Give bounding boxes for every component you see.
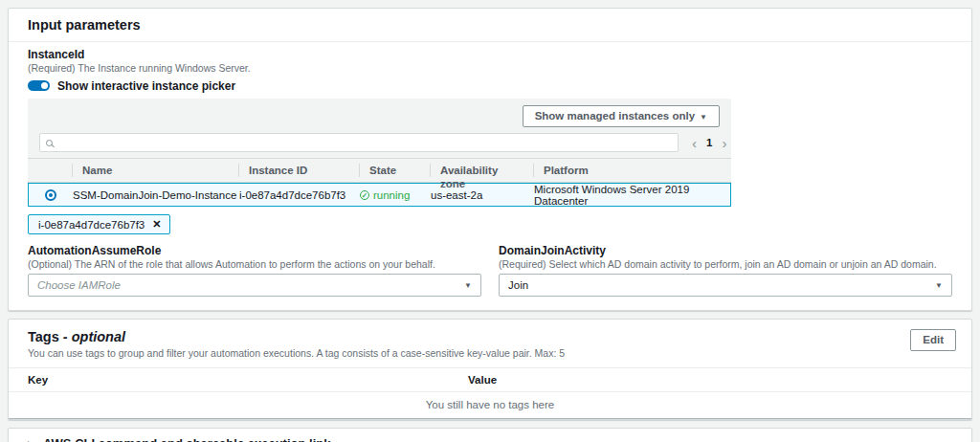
selected-instance-token: i-0e87a4d7dce76b7f3 ✕ — [28, 214, 170, 234]
managed-instances-filter-button[interactable]: Show managed instances only▼ — [523, 105, 720, 127]
chevron-down-icon: ▼ — [935, 281, 943, 290]
instance-picker-toggle-row: Show interactive instance picker — [28, 78, 952, 93]
instanceid-label: InstanceId — [28, 48, 952, 62]
selected-instance-token-label: i-0e87a4d7dce76b7f3 — [38, 219, 145, 231]
input-parameters-card: Input parameters InstanceId (Required) T… — [8, 8, 972, 311]
instance-search-box[interactable] — [39, 133, 679, 152]
instance-search-input[interactable] — [58, 137, 672, 148]
input-parameters-title: Input parameters — [9, 9, 971, 42]
pagination-next-icon[interactable]: › — [722, 136, 726, 150]
tags-title-block: Tags - optional You can use tags to grou… — [28, 329, 565, 360]
tags-card: Tags - optional You can use tags to grou… — [8, 319, 972, 420]
parameter-columns: AutomationAssumeRole (Optional) The ARN … — [28, 244, 952, 297]
tags-column-key: Key — [28, 374, 468, 386]
tags-empty-message: You still have no tags here — [9, 392, 971, 419]
column-header-instance-id[interactable]: Instance ID — [238, 164, 359, 177]
domain-join-activity-value: Join — [508, 279, 528, 291]
domain-join-activity-field: DomainJoinActivity (Required) Select whi… — [499, 244, 952, 297]
instance-table-header-row: Name Instance ID State Availability zone… — [28, 158, 731, 183]
automation-assume-role-label: AutomationAssumeRole — [28, 244, 481, 258]
radio-selected-icon[interactable] — [45, 189, 56, 201]
instance-picker-toggle[interactable] — [28, 80, 50, 91]
managed-instances-filter-label: Show managed instances only — [535, 110, 695, 122]
state-text: running — [373, 189, 410, 201]
automation-assume-role-field: AutomationAssumeRole (Optional) The ARN … — [28, 244, 481, 297]
edit-tags-button[interactable]: Edit — [910, 329, 956, 351]
domain-join-activity-description: (Required) Select which AD domain activi… — [499, 258, 952, 271]
close-icon[interactable]: ✕ — [152, 218, 161, 231]
domain-join-activity-label: DomainJoinActivity — [499, 244, 952, 258]
running-check-icon: ✓ — [360, 190, 369, 200]
tags-table-header-row: Key Value — [9, 367, 971, 392]
chevron-down-icon: ▼ — [700, 113, 707, 122]
search-icon — [46, 140, 53, 146]
row-radio-cell — [29, 189, 73, 201]
picker-toolbar: Show managed instances only▼ — [39, 105, 720, 127]
column-header-state[interactable]: State — [359, 164, 430, 177]
cell-state: ✓ running — [360, 189, 431, 201]
chevron-down-icon: ▼ — [464, 281, 472, 290]
cell-instance-id: i-0e87a4d7dce76b7f3 — [239, 189, 360, 201]
instance-table-row[interactable]: SSM-DomainJoin-Demo-Instance i-0e87a4d7d… — [28, 183, 731, 207]
instance-picker-toggle-label: Show interactive instance picker — [57, 79, 235, 93]
pagination: ‹ 1 › — [688, 136, 730, 150]
instance-picker-panel: Show managed instances only▼ ‹ 1 › — [28, 99, 731, 207]
column-header-name[interactable]: Name — [72, 164, 238, 177]
automation-assume-role-select[interactable]: Choose IAMRole ▼ — [28, 274, 481, 297]
page: Input parameters InstanceId (Required) T… — [0, 0, 980, 442]
domain-join-activity-select[interactable]: Join ▼ — [499, 274, 952, 297]
tags-description: You can use tags to group and filter you… — [28, 347, 565, 360]
cell-name: SSM-DomainJoin-Demo-Instance — [73, 189, 239, 201]
tags-table: Key Value You still have no tags here — [9, 367, 971, 419]
column-header-availability-zone[interactable]: Availability zone — [430, 164, 533, 177]
tags-header: Tags - optional You can use tags to grou… — [9, 320, 971, 367]
cli-expander-title: AWS CLI command and shareable execution … — [43, 436, 331, 442]
cell-platform: Microsoft Windows Server 2019 Datacenter — [534, 184, 730, 207]
cli-expander[interactable]: ▶ AWS CLI command and shareable executio… — [8, 428, 972, 442]
tags-title-text: Tags — [28, 329, 59, 344]
cell-availability-zone: us-east-2a — [431, 189, 534, 201]
column-header-platform[interactable]: Platform — [533, 164, 731, 177]
input-parameters-body: InstanceId (Required) The Instance runni… — [9, 42, 971, 310]
pagination-current-page[interactable]: 1 — [706, 137, 712, 148]
automation-assume-role-description: (Optional) The ARN of the role that allo… — [28, 258, 481, 271]
picker-search-row: ‹ 1 › — [39, 133, 720, 152]
tags-column-value: Value — [468, 374, 952, 386]
tags-title-optional: - optional — [63, 329, 125, 344]
tags-title: Tags - optional — [28, 329, 565, 344]
instanceid-description: (Required) The Instance running Windows … — [28, 62, 952, 75]
automation-assume-role-placeholder: Choose IAMRole — [37, 279, 121, 291]
pagination-prev-icon[interactable]: ‹ — [692, 136, 697, 150]
instance-table: Name Instance ID State Availability zone… — [28, 158, 731, 207]
